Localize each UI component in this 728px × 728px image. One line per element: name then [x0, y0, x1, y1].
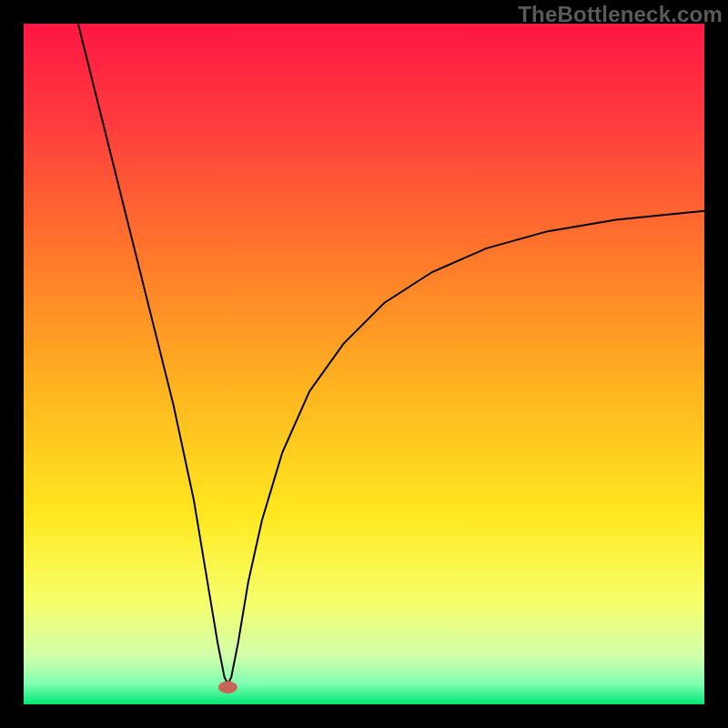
gradient-background [24, 24, 704, 704]
bottleneck-curve-chart [24, 24, 704, 704]
plot-area [24, 24, 704, 704]
vertex-marker [218, 682, 238, 693]
watermark-text: TheBottleneck.com [518, 2, 723, 27]
chart-frame: TheBottleneck.com [0, 0, 728, 728]
